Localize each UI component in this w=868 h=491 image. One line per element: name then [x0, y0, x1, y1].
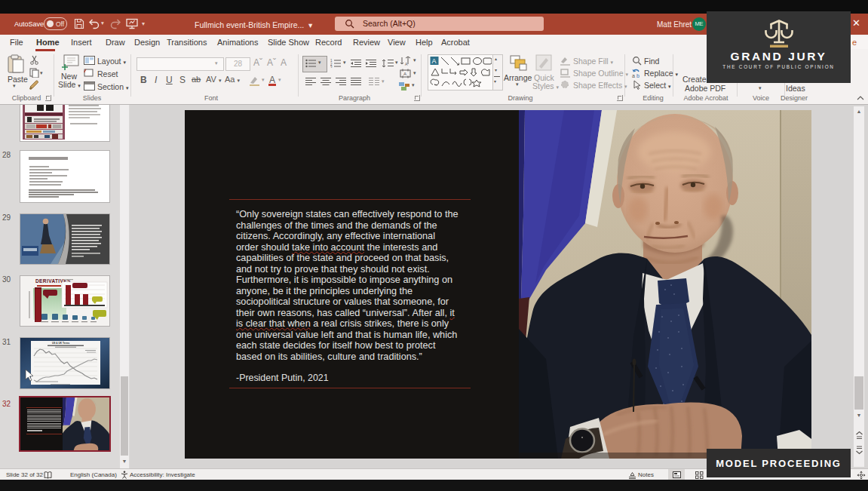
svg-text:A: A	[432, 57, 437, 65]
svg-text:A: A	[405, 62, 408, 66]
svg-text:A: A	[403, 72, 406, 76]
svg-text:US & UK Terms: US & UK Terms	[52, 342, 70, 345]
svg-text:a: a	[632, 73, 635, 78]
svg-text:b: b	[636, 73, 639, 78]
svg-text:3: 3	[330, 66, 333, 68]
